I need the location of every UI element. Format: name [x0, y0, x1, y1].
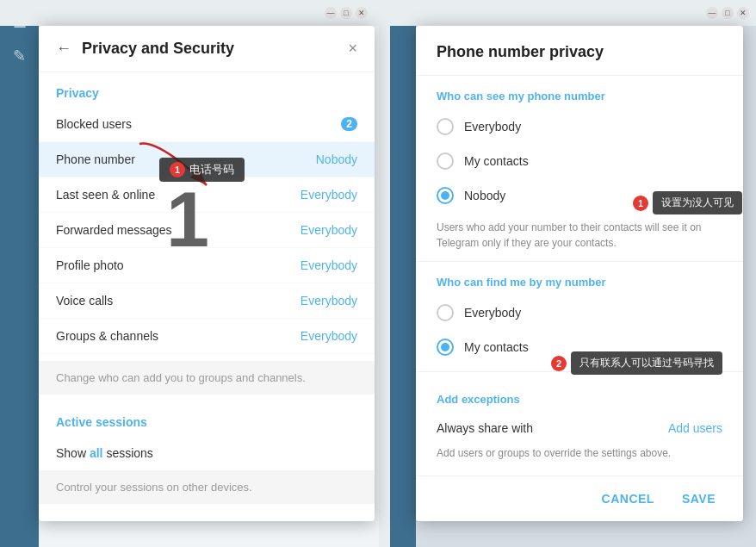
see-number-title: Who can see my phone number: [416, 76, 743, 109]
right-panel-header: Phone number privacy: [416, 26, 743, 76]
phone-number-value: Nobody: [316, 152, 357, 166]
see-nobody-label: Nobody: [464, 189, 505, 202]
find-contacts-label: My contacts: [464, 340, 529, 354]
panel-body: Privacy Blocked users 2 Phone number Nob…: [39, 72, 375, 521]
forwarded-messages-value: Everybody: [301, 223, 357, 237]
find-everybody-radio[interactable]: [437, 304, 454, 321]
phone-number-item[interactable]: Phone number Nobody: [39, 142, 375, 177]
blocked-users-label: Blocked users: [56, 117, 132, 131]
all-highlight: all: [90, 446, 103, 460]
see-contacts-label: My contacts: [464, 154, 529, 168]
privacy-security-panel: ← Privacy and Security × Privacy Blocked…: [39, 26, 375, 521]
chat-sidebar: ☰ ✎: [0, 0, 39, 547]
profile-photo-value: Everybody: [301, 258, 357, 272]
profile-photo-item[interactable]: Profile photo Everybody: [39, 248, 375, 283]
phone-number-privacy-panel: Phone number privacy Who can see my phon…: [416, 26, 743, 521]
pencil-icon[interactable]: ✎: [4, 40, 34, 71]
add-users-button[interactable]: Add users: [668, 421, 722, 435]
right-panel-title: Phone number privacy: [437, 43, 722, 61]
see-everybody-radio[interactable]: [437, 118, 454, 135]
dialog-footer: CANCEL SAVE: [416, 476, 743, 521]
exception-hint-text: Add users or groups to override the sett…: [416, 444, 743, 473]
chat-right-sidebar: [390, 0, 416, 547]
find-contacts-option[interactable]: My contacts: [416, 330, 743, 364]
panel-title: Privacy and Security: [82, 40, 338, 58]
groups-channels-value: Everybody: [301, 329, 357, 343]
add-exceptions-label: Add exceptions: [416, 379, 743, 413]
maximize-btn-right[interactable]: □: [722, 7, 734, 19]
forwarded-messages-label: Forwarded messages: [56, 223, 172, 237]
see-contacts-option[interactable]: My contacts: [416, 144, 743, 178]
last-seen-label: Last seen & online: [56, 188, 155, 202]
last-seen-value: Everybody: [301, 188, 357, 202]
close-panel-button[interactable]: ×: [348, 40, 357, 58]
window-chrome-left: — □ ✕: [0, 0, 375, 26]
panel-header: ← Privacy and Security ×: [39, 26, 375, 72]
blocked-users-item[interactable]: Blocked users 2: [39, 107, 375, 142]
voice-calls-value: Everybody: [301, 294, 357, 308]
blocked-users-badge: 2: [341, 117, 357, 131]
groups-hint: Change who can add you to groups and cha…: [39, 361, 375, 395]
see-nobody-radio[interactable]: [437, 187, 454, 204]
see-everybody-option[interactable]: Everybody: [416, 109, 743, 144]
see-nobody-option[interactable]: Nobody: [416, 178, 743, 213]
groups-channels-label: Groups & channels: [56, 329, 158, 343]
right-panel-body: Who can see my phone number Everybody My…: [416, 76, 743, 476]
maximize-btn-left[interactable]: □: [340, 7, 352, 19]
see-everybody-label: Everybody: [464, 120, 521, 134]
find-everybody-label: Everybody: [464, 306, 521, 320]
phone-number-label: Phone number: [56, 152, 135, 166]
always-share-row: Always share with Add users: [416, 413, 743, 444]
groups-channels-item[interactable]: Groups & channels Everybody: [39, 319, 375, 354]
find-everybody-option[interactable]: Everybody: [416, 295, 743, 330]
privacy-section-label: Privacy: [39, 72, 375, 107]
sessions-hint: Control your sessions on other devices.: [39, 470, 375, 504]
close-btn-left[interactable]: ✕: [356, 7, 368, 19]
find-contacts-radio[interactable]: [437, 339, 454, 356]
profile-photo-label: Profile photo: [56, 258, 124, 272]
save-button[interactable]: SAVE: [675, 488, 722, 509]
minimize-btn-right[interactable]: —: [706, 7, 718, 19]
back-button[interactable]: ←: [56, 40, 71, 58]
voice-calls-item[interactable]: Voice calls Everybody: [39, 283, 375, 319]
forwarded-messages-item[interactable]: Forwarded messages Everybody: [39, 213, 375, 248]
see-contacts-radio[interactable]: [437, 152, 454, 170]
minimize-btn-left[interactable]: —: [325, 7, 337, 19]
voice-calls-label: Voice calls: [56, 294, 113, 308]
active-sessions-label: Active sessions: [39, 401, 375, 436]
always-share-label: Always share with: [437, 421, 533, 435]
close-btn-right[interactable]: ✕: [737, 7, 749, 19]
cancel-button[interactable]: CANCEL: [595, 488, 661, 509]
show-all-sessions[interactable]: Show all sessions: [39, 436, 375, 470]
phone-info-text: Users who add your number to their conta…: [416, 213, 743, 262]
last-seen-item[interactable]: Last seen & online Everybody: [39, 177, 375, 213]
find-by-number-title: Who can find me by my number: [416, 262, 743, 295]
window-chrome-right: — □ ✕: [375, 0, 756, 26]
